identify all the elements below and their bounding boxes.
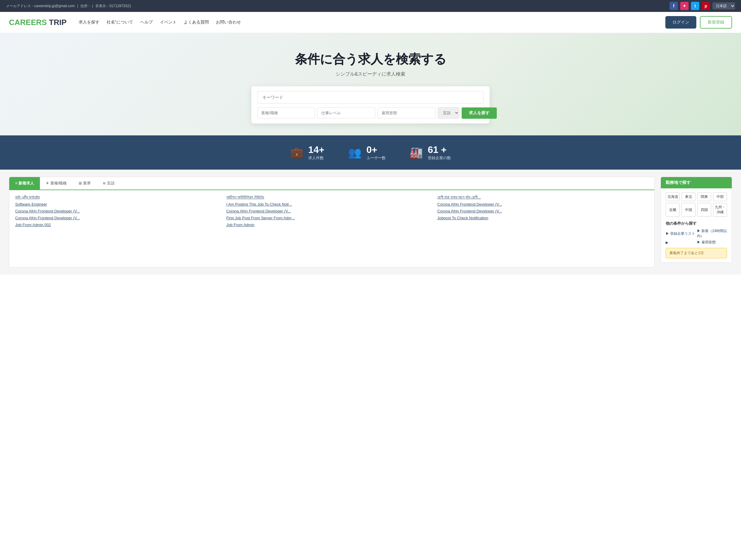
region-chugoku[interactable]: 中国 (681, 203, 695, 217)
stats-bar: 💼 14+ 求人件数 👥 0+ ユーザー数 🏭 61 + 登録企業の数 (0, 135, 741, 170)
logo-trip: TRIP (47, 18, 66, 27)
job-link[interactable]: First Job Post From Server From Adm .. (226, 216, 437, 220)
hero-title: 条件に合う求人を検索する (6, 51, 735, 68)
stat-users-details: 0+ ユーザー数 (366, 144, 386, 161)
industry-input[interactable] (257, 107, 315, 118)
job-col-1: ডাটা এন্ট্রি অপারেটর Software Engineer C… (15, 195, 226, 227)
location-title: 勤務地で探す (661, 177, 732, 188)
separator1: | (77, 4, 78, 8)
instagram-icon[interactable]: ✦ (680, 2, 689, 10)
other-links: ▶ 登録企業リスト ▶ 新着（24時間以内） ▶ ▶ 雇用形態 (666, 229, 727, 245)
tab-industry[interactable]: ✈ 業種/職種 (40, 177, 73, 189)
stat-jobs-label: 求人件数 (308, 155, 324, 161)
region-hokkaido[interactable]: 北海道 (666, 192, 680, 201)
job-link[interactable]: Corona Afrin Frontend Developer (V... (226, 209, 437, 213)
nav-item-help[interactable]: ヘルプ (140, 20, 153, 25)
users-icon: 👥 (348, 146, 361, 159)
email-info: メールアドレス - careerstrip.jp@gmail.com (6, 4, 75, 9)
nav-item-contact[interactable]: お問い合わせ (216, 20, 241, 25)
search-filters: 言語 求人を探す (257, 107, 484, 119)
region-grid: 北海道 東北 関東 中部 近畿 中国 四国 九州・沖縄 (666, 192, 727, 217)
keyword-input[interactable] (257, 91, 484, 103)
briefcase-icon: 💼 (290, 146, 304, 159)
employment-input[interactable] (378, 107, 435, 118)
job-link[interactable]: Corona Afrin Frontend Developer (V... (15, 209, 226, 213)
new-jobs-link[interactable]: ▶ 新着（24時間以内） (697, 229, 727, 239)
job-panel: ≡ 新着求人 ✈ 業種/職種 ⊞ 業界 ⊕ 言語 ডাটা এন্ট্রি অপ… (9, 177, 655, 267)
nav-item-find-jobs[interactable]: 求人を探す (79, 20, 99, 25)
logo-careers: CAREERS (9, 18, 47, 27)
job-lists: ডাটা এন্ট্রি অপারেটর Software Engineer C… (9, 190, 654, 232)
other-link-3[interactable]: ▶ (666, 240, 696, 245)
facebook-icon[interactable]: f (670, 2, 678, 10)
job-col-3: রোগী মারা যাবার আগে মুগুৈ রোগী .. Corona… (437, 195, 649, 227)
search-button[interactable]: 求人を探す (462, 107, 497, 119)
job-link[interactable]: Job From Admin (226, 223, 437, 227)
address-info: 住所 - (80, 4, 90, 9)
stat-companies-details: 61 + 登録企業の数 (428, 144, 451, 161)
other-search-label: 他の条件から探す (666, 221, 727, 226)
top-bar-info: メールアドレス - careerstrip.jp@gmail.com | 住所 … (6, 4, 131, 9)
job-link[interactable]: আর্চিশান আউটফিটারস লিমিটেড (226, 195, 437, 199)
stat-jobs: 💼 14+ 求人件数 (290, 144, 324, 161)
region-tohoku[interactable]: 東北 (681, 192, 695, 201)
job-link[interactable]: Job From Admin 002 (15, 223, 226, 227)
job-link[interactable]: Corona Afrin Frontend Developer (V... (437, 202, 649, 207)
separator2: | (92, 4, 93, 8)
job-link[interactable]: I Am Posting This Job To Check Noti .. (226, 202, 437, 207)
hero-subtitle: シンプル&スピーディに求人検索 (6, 71, 735, 77)
twitter-icon[interactable]: t (691, 2, 699, 10)
stat-companies: 🏭 61 + 登録企業の数 (409, 144, 451, 161)
search-box: 言語 求人を探す (251, 86, 490, 124)
region-shikoku[interactable]: 四国 (697, 203, 711, 217)
job-link[interactable]: Jobpost To Check Notification (437, 216, 649, 220)
header: CAREERS TRIP 求人を探す 社名"について ヘルプ イベント よくある… (0, 12, 741, 33)
job-link[interactable]: Corona Afrin Frontend Developer (V... (437, 209, 649, 213)
company-list-link[interactable]: ▶ 登録企業リスト (666, 229, 696, 239)
top-bar-right: f ✦ t p 日本語 English (670, 2, 735, 10)
employment-type-link[interactable]: ▶ 雇用形態 (697, 240, 727, 245)
register-button[interactable]: 新規登録 (700, 16, 732, 28)
language-input[interactable]: 言語 (438, 107, 459, 119)
region-kinki[interactable]: 近畿 (666, 203, 680, 217)
stat-users-number: 0+ (366, 144, 386, 155)
main-content: ≡ 新着求人 ✈ 業種/職種 ⊞ 業界 ⊕ 言語 ডাটা এন্ট্রি অপ… (0, 170, 741, 274)
pinterest-icon[interactable]: p (702, 2, 710, 10)
region-kyushu[interactable]: 九州・沖縄 (713, 203, 727, 217)
sidebar: 勤務地で探す 北海道 東北 関東 中部 近畿 中国 四国 九州・沖縄 他の条件か… (661, 177, 732, 267)
stat-users-label: ユーザー数 (366, 155, 386, 161)
stat-companies-number: 61 + (428, 144, 451, 155)
nav-item-about[interactable]: 社名"について (107, 20, 133, 25)
top-bar: メールアドレス - careerstrip.jp@gmail.com | 住所 … (0, 0, 741, 12)
job-link[interactable]: Software Engineer (15, 202, 226, 207)
deadline-notice: 募集終了まであと1日 (666, 248, 727, 258)
tab-sector[interactable]: ⊞ 業界 (73, 177, 97, 189)
stat-jobs-number: 14+ (308, 144, 324, 155)
sidebar-body: 北海道 東北 関東 中部 近畿 中国 四国 九州・沖縄 他の条件から探す ▶ 登… (661, 188, 732, 262)
job-link[interactable]: রোগী মারা যাবার আগে মুগুৈ রোগী .. (437, 195, 649, 199)
logo[interactable]: CAREERS TRIP (9, 18, 67, 27)
main-nav: 求人を探す 社名"について ヘルプ イベント よくある質問 お問い合わせ (79, 20, 665, 25)
stat-jobs-details: 14+ 求人件数 (308, 144, 324, 161)
location-section: 勤務地で探す 北海道 東北 関東 中部 近畿 中国 四国 九州・沖縄 他の条件か… (661, 177, 732, 263)
phone-info: 非表示 - 01712872021 (95, 4, 131, 9)
nav-item-faq[interactable]: よくある質問 (184, 20, 209, 25)
tab-new-jobs[interactable]: ≡ 新着求人 (9, 177, 40, 189)
factory-icon: 🏭 (409, 146, 423, 159)
job-col-2: আর্চিশান আউটফিটারস লিমিটেড I Am Posting … (226, 195, 437, 227)
job-link[interactable]: ডাটা এন্ট্রি অপারেটর (15, 195, 226, 199)
header-buttons: ログイン 新規登録 (665, 16, 732, 28)
stat-users: 👥 0+ ユーザー数 (348, 144, 386, 161)
login-button[interactable]: ログイン (665, 16, 696, 28)
region-kanto[interactable]: 関東 (697, 192, 711, 201)
language-selector[interactable]: 日本語 English (713, 2, 735, 9)
level-input[interactable] (318, 107, 375, 118)
hero-section: 条件に合う求人を検索する シンプル&スピーディに求人検索 言語 求人を探す (0, 33, 741, 135)
job-link[interactable]: Corona Afrin Frontend Developer (V... (15, 216, 226, 220)
tab-language[interactable]: ⊕ 言語 (97, 177, 121, 189)
stat-companies-label: 登録企業の数 (428, 155, 451, 161)
region-chubu[interactable]: 中部 (713, 192, 727, 201)
nav-item-events[interactable]: イベント (160, 20, 177, 25)
tab-header: ≡ 新着求人 ✈ 業種/職種 ⊞ 業界 ⊕ 言語 (9, 177, 654, 190)
